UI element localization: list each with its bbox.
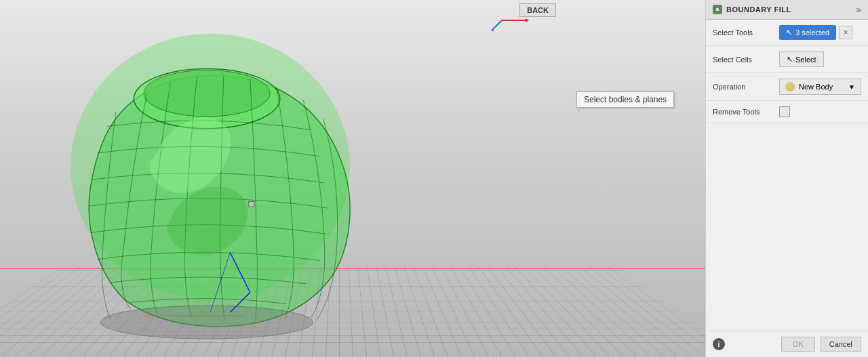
select-tools-row: Select Tools ↖ 3 selected × — [706, 20, 868, 46]
back-button[interactable]: BACK — [519, 3, 556, 17]
panel-header-left: ● BOUNDARY FILL — [713, 5, 791, 14]
select-cells-label: Select Cells — [713, 56, 774, 64]
selected-button[interactable]: ↖ 3 selected — [779, 25, 836, 40]
operation-row: Operation New Body ▼ — [706, 73, 868, 101]
close-icon: × — [844, 28, 848, 37]
dropdown-arrow-icon: ▼ — [848, 83, 855, 91]
ok-button[interactable]: OK — [781, 337, 815, 352]
svg-line-13 — [492, 20, 502, 30]
operation-label: Operation — [713, 83, 774, 91]
cancel-label: Cancel — [829, 340, 852, 348]
remove-tools-checkbox[interactable] — [779, 106, 790, 117]
remove-tools-row: Remove Tools — [706, 101, 868, 123]
panel-icon: ● — [713, 5, 722, 14]
boundary-fill-panel: ● BOUNDARY FILL » Select Tools ↖ 3 selec… — [705, 0, 868, 357]
remove-tools-content — [779, 106, 861, 117]
operation-value: New Body — [799, 83, 833, 91]
tooltip-text: Select bodies & planes — [584, 95, 667, 104]
panel-expand-icon[interactable]: » — [856, 4, 861, 15]
panel-header: ● BOUNDARY FILL » — [706, 0, 868, 20]
selected-count-label: 3 selected — [795, 28, 829, 37]
tooltip: Select bodies & planes — [576, 91, 674, 108]
select-cells-content: ↖ Select — [779, 51, 861, 67]
body-icon — [785, 82, 795, 91]
mesh-svg — [34, 20, 387, 345]
3d-viewport[interactable]: Select bodies & planes X BACK — [0, 0, 705, 357]
svg-marker-11 — [526, 18, 529, 22]
select-label: Select — [795, 56, 816, 64]
info-button[interactable]: i — [713, 338, 725, 350]
svg-point-3 — [100, 306, 313, 339]
select-cells-button[interactable]: ↖ Select — [779, 51, 824, 67]
cursor-small-icon: ↖ — [787, 55, 793, 64]
select-tools-content: ↖ 3 selected × — [779, 25, 861, 40]
operation-content: New Body ▼ — [779, 79, 861, 95]
operation-dropdown[interactable]: New Body ▼ — [779, 79, 861, 95]
svg-rect-7 — [249, 201, 254, 207]
close-selection-button[interactable]: × — [839, 26, 852, 39]
3d-mesh-container — [34, 20, 387, 345]
back-button-label: BACK — [527, 6, 549, 14]
panel-title: BOUNDARY FILL — [726, 5, 791, 14]
cancel-button[interactable]: Cancel — [821, 337, 861, 352]
panel-bottom: i OK Cancel — [706, 331, 868, 357]
remove-tools-label: Remove Tools — [713, 108, 774, 116]
select-cells-row: Select Cells ↖ Select — [706, 46, 868, 73]
cursor-icon: ↖ — [786, 28, 793, 37]
select-tools-label: Select Tools — [713, 28, 774, 37]
ok-label: OK — [793, 340, 804, 348]
